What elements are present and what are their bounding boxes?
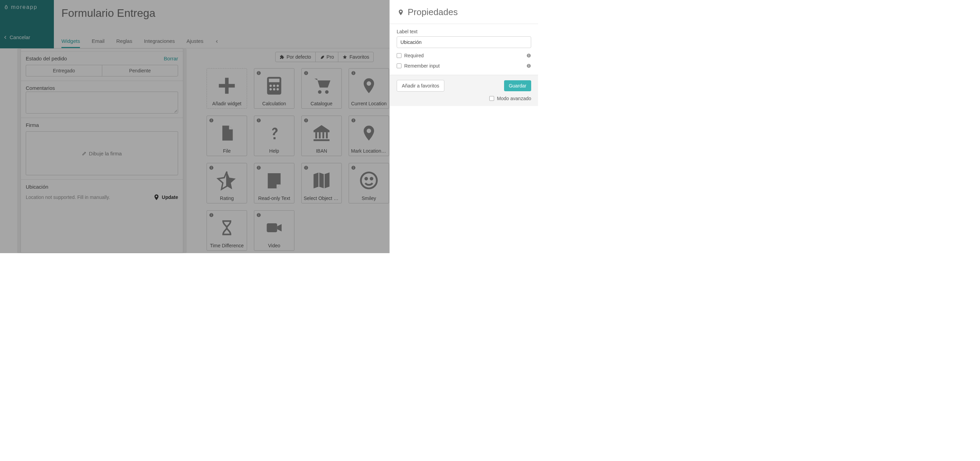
note-icon [264, 170, 284, 191]
properties-header: Propiedades [390, 0, 538, 24]
signature-placeholder: Dibuje la firma [89, 151, 122, 156]
widget-palette: Por defecto Pro Favoritos Añadir widget … [198, 48, 390, 253]
info-icon[interactable] [209, 118, 214, 123]
svg-point-38 [211, 166, 212, 167]
info-icon[interactable] [256, 213, 261, 218]
tab-email[interactable]: Email [92, 38, 105, 48]
info-icon[interactable] [256, 71, 261, 75]
filter-pro[interactable]: Pro [316, 52, 339, 62]
star-half-icon [216, 170, 237, 191]
seg-pendiente[interactable]: Pendiente [102, 65, 178, 76]
info-icon[interactable] [209, 165, 214, 170]
svg-point-41 [258, 166, 259, 167]
info-icon[interactable] [351, 165, 356, 170]
advanced-mode-label: Modo avanzado [497, 96, 531, 101]
tab-integrations[interactable]: Integraciones [144, 38, 175, 48]
widget-add[interactable]: Añadir widget [207, 68, 247, 109]
cart-icon [311, 75, 332, 96]
widget-readonly-text[interactable]: Read-only Text [254, 163, 294, 203]
svg-point-10 [277, 88, 279, 91]
widget-mark-locations[interactable]: Mark Locations o… [348, 116, 389, 156]
signature-pad[interactable]: Dibuje la firma [26, 131, 178, 175]
svg-point-14 [318, 90, 321, 94]
svg-rect-52 [211, 215, 212, 216]
info-icon[interactable] [209, 213, 214, 218]
info-icon[interactable] [304, 71, 309, 75]
filter-default[interactable]: Por defecto [275, 52, 316, 62]
block-comentarios[interactable]: Comentarios [21, 81, 183, 118]
chevron-left-icon[interactable] [215, 39, 219, 48]
widget-iban[interactable]: IBAN [301, 116, 342, 156]
svg-point-15 [325, 90, 328, 94]
tabs: Widgets Email Reglas Integraciones Ajust… [54, 38, 226, 48]
widget-smiley[interactable]: Smiley [348, 163, 389, 203]
info-icon[interactable] [256, 165, 261, 170]
remember-label: Remember input [404, 63, 440, 68]
remember-checkbox[interactable] [397, 64, 401, 68]
comentarios-textarea[interactable] [26, 92, 178, 113]
svg-point-18 [353, 72, 354, 72]
clear-button[interactable]: Borrar [164, 56, 178, 61]
widget-video[interactable]: Video [254, 210, 294, 251]
svg-point-13 [306, 72, 306, 72]
add-favorite-button[interactable]: Añadir a favoritos [397, 80, 444, 92]
info-icon[interactable] [351, 71, 356, 75]
svg-rect-57 [267, 223, 277, 232]
label-text-input[interactable] [397, 37, 531, 48]
remember-help-icon[interactable] [527, 64, 531, 68]
update-location-button[interactable]: Update [162, 194, 178, 200]
widget-help[interactable]: Help [254, 116, 294, 156]
tab-rules[interactable]: Reglas [116, 38, 132, 48]
bank-icon [311, 122, 332, 144]
seg-entregado[interactable]: Entregado [26, 65, 102, 76]
widget-calculation[interactable]: Calculation [254, 68, 294, 109]
block-estado[interactable]: Estado del pedido Borrar Entregado Pendi… [21, 51, 183, 81]
svg-rect-34 [353, 120, 353, 121]
info-icon[interactable] [256, 118, 261, 123]
block-firma[interactable]: Firma Dibuje la firma [21, 118, 183, 180]
properties-title: Propiedades [408, 7, 458, 17]
ubicacion-title: Ubicación [26, 184, 48, 190]
widget-file[interactable]: File [207, 116, 247, 156]
calculator-icon [264, 75, 285, 96]
label-text-label: Label text [397, 29, 531, 34]
widget-current-location[interactable]: Current Location [348, 68, 389, 109]
svg-rect-59 [528, 55, 529, 57]
cancel-button[interactable]: Cancelar [3, 34, 51, 40]
question-icon [266, 122, 282, 144]
video-icon [264, 219, 285, 237]
file-icon [218, 122, 236, 144]
required-help-icon[interactable] [527, 53, 531, 58]
pencil-icon [82, 151, 87, 156]
palette-filter: Por defecto Pro Favoritos [275, 52, 374, 62]
svg-point-50 [371, 178, 372, 180]
properties-body: Label text Required Remember input [390, 24, 538, 75]
widget-rating[interactable]: Rating [207, 163, 247, 203]
widget-select-object[interactable]: Select Object On … [301, 163, 342, 203]
info-icon[interactable] [351, 118, 356, 123]
save-button[interactable]: Guardar [504, 80, 531, 91]
svg-rect-17 [353, 73, 353, 74]
tab-widgets[interactable]: Widgets [61, 38, 80, 48]
info-icon[interactable] [304, 165, 309, 170]
advanced-mode-checkbox[interactable] [489, 96, 494, 101]
svg-point-6 [273, 85, 275, 87]
required-checkbox[interactable] [397, 53, 401, 58]
svg-rect-40 [258, 167, 259, 169]
cancel-label: Cancelar [10, 34, 30, 40]
pin-icon [397, 8, 404, 17]
svg-rect-46 [353, 167, 353, 169]
svg-rect-62 [528, 65, 529, 67]
block-ubicacion[interactable]: Ubicación Location not supported. Fill i… [21, 180, 183, 205]
leaf-icon [320, 54, 325, 59]
form-preview-column: Estado del pedido Borrar Entregado Pendi… [0, 48, 198, 253]
filter-favorites[interactable]: Favoritos [338, 52, 373, 62]
info-icon[interactable] [304, 118, 309, 123]
svg-rect-12 [306, 73, 306, 74]
tab-settings[interactable]: Ajustes [186, 38, 203, 48]
svg-point-5 [269, 85, 272, 87]
estado-title: Estado del pedido [26, 56, 67, 61]
widget-time-difference[interactable]: Time Difference [207, 210, 247, 251]
widget-catalogue[interactable]: Catalogue [301, 68, 342, 109]
svg-rect-20 [211, 120, 212, 121]
